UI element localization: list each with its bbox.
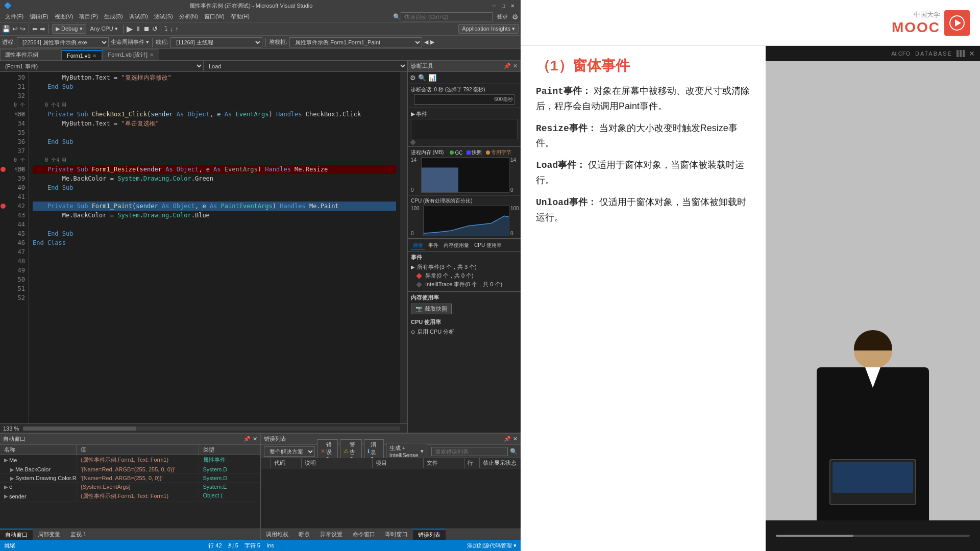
error-table-header: 代码 说明 项目 文件 行 禁止显示状态 xyxy=(261,458,521,468)
close-video-icon[interactable]: ✕ xyxy=(969,49,975,58)
expand-icon[interactable]: ▶ xyxy=(4,484,8,490)
error-list-close[interactable]: ✕ xyxy=(513,436,518,442)
tab-form1-design[interactable]: Form1.vb [设计] ✕ xyxy=(102,49,159,60)
col-code: 代码 xyxy=(271,458,302,468)
events-expand-icon[interactable]: ▶ xyxy=(411,111,415,117)
insights-button[interactable]: Application Insights ▾ xyxy=(458,24,519,34)
menu-file[interactable]: 文件(F) xyxy=(2,12,27,21)
diag-tab-memory[interactable]: 内存使用量 xyxy=(442,241,471,250)
expand-icon[interactable]: ▶ xyxy=(4,457,8,463)
tab-immediate[interactable]: 即时窗口 xyxy=(380,529,413,540)
continue-icon[interactable]: ▶ xyxy=(127,24,133,34)
code-text-area[interactable]: MyButton.Text = "复选框内容修改" End Sub 0 个引用 … xyxy=(29,72,400,423)
stop-icon[interactable]: ⏹ xyxy=(143,25,150,33)
auto-window-close[interactable]: ✕ xyxy=(253,436,257,442)
stack-dropdown[interactable]: 属性事件示例.Form1.Form1_Paint xyxy=(289,37,422,47)
restart-icon[interactable]: ↺ xyxy=(152,25,158,33)
tab-locals[interactable]: 局部变量 xyxy=(33,529,65,540)
step-into-icon[interactable]: ↓ xyxy=(170,25,174,33)
menu-help[interactable]: 帮助(H) xyxy=(228,12,253,21)
tab-exceptions[interactable]: 异常设置 xyxy=(315,529,348,540)
expand-icon[interactable]: ▶ xyxy=(4,493,8,499)
cpu-enable-item[interactable]: ⊙ 启用 CPU 分析 xyxy=(411,328,518,336)
tab-form1-vb[interactable]: Form1.vb ✕ xyxy=(61,50,102,60)
event-marker-icon xyxy=(410,139,415,145)
step-over-icon[interactable]: ⤵ xyxy=(164,25,168,33)
tab-auto-window[interactable]: 自动窗口 xyxy=(0,529,33,540)
nav-arrow-right[interactable]: ▶ xyxy=(430,39,434,45)
build-scope-button[interactable]: 生成 + IntelliSense ▾ xyxy=(386,443,427,460)
auto-window-pin[interactable]: 📌 xyxy=(243,436,251,442)
video-progress-bar[interactable] xyxy=(776,535,970,537)
error-list-pin[interactable]: 📌 xyxy=(504,436,511,442)
pause-icon[interactable]: ⏸ xyxy=(135,25,141,33)
code-line: 0 个引用 xyxy=(33,156,396,165)
title-bar-icon: 🔷 xyxy=(4,2,12,9)
diag-pin-icon[interactable]: 📌 xyxy=(504,63,511,69)
minimize-button[interactable]: ─ xyxy=(490,2,498,10)
expand-icon[interactable]: ▶ xyxy=(10,475,14,481)
menu-analyze[interactable]: 分析(N) xyxy=(176,12,201,21)
thread-dropdown[interactable]: [11268] 主线程 xyxy=(170,37,262,47)
cpu-min-label: 0 xyxy=(411,231,422,236)
event-class-dropdown[interactable]: (Form1 事件) xyxy=(0,61,204,71)
menu-window[interactable]: 窗口(W) xyxy=(201,12,228,21)
nav-arrow-left[interactable]: ◀ xyxy=(424,39,428,45)
debug-button[interactable]: ▶ Debug ▾ xyxy=(52,24,86,34)
events-section: 事件 ▶ 所有事件(3 个，共 3 个) 异常(0 个，共 0 个) Intel… xyxy=(408,252,521,291)
solution-scope-dropdown[interactable]: 整个解决方案 xyxy=(264,446,315,457)
diag-tab-cpu[interactable]: CPU 使用率 xyxy=(472,241,504,250)
diag-search-icon[interactable]: 🔍 xyxy=(418,74,426,82)
diag-tab-summary[interactable]: 摘要 xyxy=(411,241,425,250)
tab-callstack[interactable]: 调用堆栈 xyxy=(261,529,293,540)
diag-close-icon[interactable]: ✕ xyxy=(513,63,518,69)
cpu-min-right: 0 xyxy=(510,231,518,236)
mem-section-title: 进程内存 (MB) xyxy=(411,149,444,156)
all-events-item[interactable]: ▶ 所有事件(3 个，共 3 个) xyxy=(411,263,518,271)
snapshot-button[interactable]: 📷 截取快照 xyxy=(411,304,452,314)
tab-design-close[interactable]: ✕ xyxy=(150,52,154,58)
tab-breakpoints[interactable]: 断点 xyxy=(293,529,315,540)
row-name: sender xyxy=(9,493,27,499)
diag-chart-icon[interactable]: 📊 xyxy=(428,74,436,82)
db-label: DATABASE xyxy=(915,51,952,57)
tab-form1-close[interactable]: ✕ xyxy=(92,53,96,59)
close-button[interactable]: ✕ xyxy=(508,2,517,10)
maximize-button[interactable]: □ xyxy=(499,2,507,10)
table-row: ▶Me.BackColor '{Name=Red, ARGB=(255, 255… xyxy=(0,465,260,474)
intellitrace-item[interactable]: IntelliTrace 事件(0 个，共 0 个) xyxy=(411,281,518,288)
quick-launch-input[interactable] xyxy=(401,12,493,21)
menu-build[interactable]: 生成(B) xyxy=(101,12,126,21)
code-scrollbar[interactable] xyxy=(400,72,407,423)
load-event-name: Load事件： xyxy=(536,160,585,170)
menu-debug[interactable]: 调试(D) xyxy=(126,12,151,21)
tab-watch1[interactable]: 监视 1 xyxy=(65,529,91,540)
tab-error-list[interactable]: 错误列表 xyxy=(413,529,446,540)
login-button[interactable]: 登录 xyxy=(493,12,512,21)
diag-tab-events[interactable]: 事件 xyxy=(426,241,440,250)
tab-command[interactable]: 命令窗口 xyxy=(348,529,380,540)
settings-icon[interactable]: ⚙ xyxy=(512,13,519,21)
step-out-icon[interactable]: ↑ xyxy=(175,25,179,33)
menu-project[interactable]: 项目(P) xyxy=(76,12,101,21)
code-line xyxy=(33,293,396,303)
menu-view[interactable]: 视图(V) xyxy=(52,12,77,21)
code-line xyxy=(33,284,396,293)
exceptions-item[interactable]: 异常(0 个，共 0 个) xyxy=(411,272,518,280)
process-dropdown[interactable]: [22564] 属性事件示例.exe xyxy=(17,37,109,47)
code-line: End Sub xyxy=(33,82,396,91)
hair-icon xyxy=(854,330,892,350)
menu-edit[interactable]: 编辑(E) xyxy=(27,12,52,21)
search-icon[interactable]: 🔍 xyxy=(510,448,518,455)
solution-explorer-tab[interactable]: 属性事件示例 xyxy=(0,49,61,60)
toolbar-icon3: ↪ xyxy=(20,25,26,33)
process-label: 进程: xyxy=(2,38,15,46)
expand-icon[interactable]: ▶ xyxy=(10,467,14,472)
source-control-button[interactable]: 添加到源代码管理 ▾ xyxy=(467,542,517,549)
toolbar-icon5: ➡ xyxy=(40,25,45,33)
events-label: 事件 xyxy=(416,110,427,118)
diag-settings-icon[interactable]: ⚙ xyxy=(410,74,416,82)
menu-test[interactable]: 测试(S) xyxy=(151,12,176,21)
event-method-dropdown[interactable]: Load xyxy=(204,61,407,71)
error-search-input[interactable] xyxy=(431,447,508,456)
